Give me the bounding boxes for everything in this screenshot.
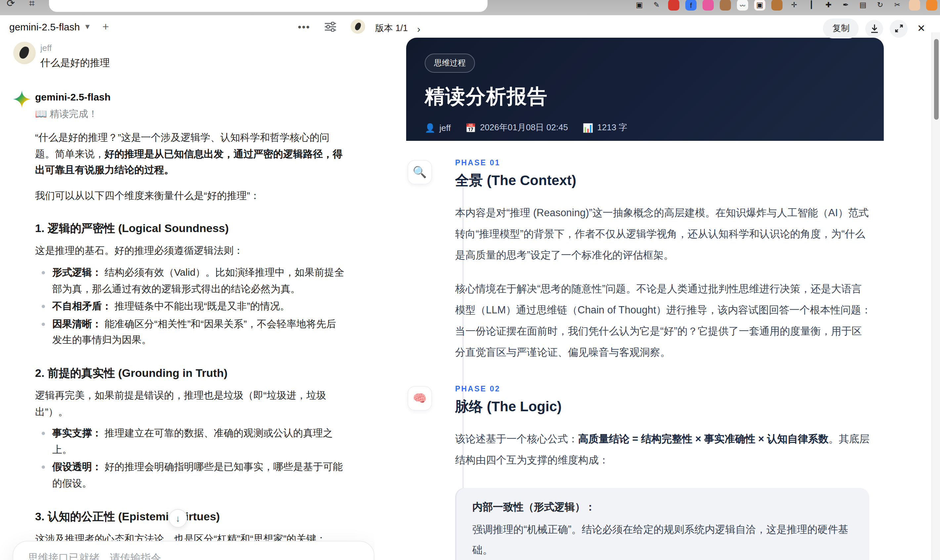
artifact-panel: ‹ 版本 1/1 › 复制 (374, 15, 940, 560)
extension-icon[interactable]: ┃ (806, 0, 817, 11)
extension-icon[interactable]: ✂ (892, 0, 903, 11)
phase-1-paragraph: 本内容是对“推理 (Reasoning)”这一抽象概念的高层建模。在知识爆炸与人… (455, 202, 872, 266)
assistant-message: gemini-2.5-flash 📖 精读完成！ “什么是好的推理？”这是一个涉… (13, 89, 361, 560)
version-next-button[interactable]: › (415, 22, 423, 35)
dimension-card-text: 强调推理的“机械正确”。结论必须在给定的规则系统内逻辑自洽，这是推理的硬件基础。 (472, 520, 852, 560)
chat-header: gemini-2.5-flash ▼ ＋ ••• (0, 15, 374, 38)
phase-1-paragraph: 核心情境在于解决“思考的随意性”问题。不论是人类通过批判性思维进行决策，还是大语… (455, 278, 872, 363)
report-datetime: 2026年01月08日 02:45 (480, 122, 568, 134)
extension-icon[interactable] (720, 0, 731, 11)
browser-grid-icon[interactable]: ⌗ (29, 0, 35, 9)
version-navigator: ‹ 版本 1/1 › (374, 22, 423, 35)
message-composer: ＋ (12, 541, 374, 560)
section-2-intro: 逻辑再完美，如果前提是错误的，推理也是垃圾（即“垃圾进，垃圾出”）。 (35, 388, 345, 420)
section-2-bullets: 事实支撑： 推理建立在可靠的数据、准确的观测或公认的真理之上。 假设透明： 好的… (35, 425, 345, 492)
assistant-name: gemini-2.5-flash (35, 91, 345, 103)
phase-1-label: PHASE 01 (455, 158, 884, 167)
new-chat-button[interactable]: ＋ (100, 20, 111, 33)
extension-icon[interactable] (909, 0, 920, 11)
dimension-card-title: 内部一致性（形式逻辑）： (472, 501, 852, 515)
assistant-intro-paragraph: “什么是好的推理？”这是一个涉及逻辑学、认知科学和哲学核心的问题。简单来说，好的… (35, 129, 345, 178)
scroll-to-bottom-button[interactable]: ↓ (169, 509, 187, 528)
report-author: jeff (439, 123, 450, 132)
app-window: ⟳ ⌗ ≡ ▣✎fᵕᵕ▣✛┃✚✒▤↻✂ gemini-2.5-flash ▼ ＋… (0, 0, 940, 560)
user-avatar[interactable] (351, 19, 365, 34)
download-icon (871, 24, 878, 33)
extension-icon[interactable]: f (685, 0, 697, 11)
extension-icon[interactable] (771, 0, 783, 11)
author-icon: 👤 (425, 123, 435, 132)
phase-2-title: 脉络 (The Logic) (455, 398, 884, 416)
version-label: 版本 1/1 (375, 23, 408, 34)
phase-2-label: PHASE 02 (455, 385, 884, 393)
word-count-icon: 📊 (582, 123, 593, 132)
extension-icon[interactable]: ✎ (651, 0, 662, 11)
gemini-logo-icon (13, 91, 31, 108)
close-panel-button[interactable]: ✕ (917, 23, 925, 34)
section-3-heading: 3. 认知的公正性 (Epistemic Virtues) (35, 509, 345, 524)
assistant-status: 📖 精读完成！ (35, 108, 345, 120)
extension-icon[interactable]: ✒ (840, 0, 851, 11)
extension-icon[interactable] (668, 0, 680, 11)
bullet-item: 假设透明： 好的推理会明确指明哪些是已知事实，哪些是基于可能的假设。 (52, 459, 345, 492)
extension-icon[interactable]: ↻ (875, 0, 886, 11)
bullet-item: 不自相矛盾： 推理链条中不能出现“既是又非”的情况。 (52, 298, 345, 314)
phase-2-formula-paragraph: 该论述基于一个核心公式：高质量结论 = 结构完整性 × 事实准确性 × 认知自律… (455, 429, 872, 471)
report-document: 思维过程 精读分析报告 👤jeff 📅2026年01月08日 02:45 📊12… (406, 38, 884, 560)
chevron-down-icon: ▼ (84, 23, 91, 31)
user-message: jeff 什么是好的推理 (13, 42, 361, 69)
fullscreen-button[interactable] (890, 20, 908, 37)
model-selector[interactable]: gemini-2.5-flash ▼ (9, 21, 91, 32)
user-name: jeff (40, 43, 110, 53)
section-1-heading: 1. 逻辑的严密性 (Logical Soundness) (35, 221, 345, 236)
magnifier-icon: 🔍 (407, 160, 432, 185)
url-bar[interactable] (49, 0, 487, 12)
arrow-down-icon: ↓ (176, 513, 180, 524)
copy-button[interactable]: 复制 (823, 18, 859, 38)
phase-2-section: 🧠 PHASE 02 脉络 (The Logic) 该论述基于一个核心公式：高质… (406, 385, 884, 560)
assistant-lead-paragraph: 我们可以从以下四个维度来衡量什么是“好的推理”： (35, 188, 345, 204)
bullet-item: 事实支撑： 推理建立在可靠的数据、准确的观测或公认的真理之上。 (52, 425, 345, 457)
phase-1-title: 全景 (The Context) (455, 171, 884, 190)
more-options-button[interactable]: ••• (298, 21, 310, 32)
chat-panel: gemini-2.5-flash ▼ ＋ ••• (0, 15, 374, 560)
thought-process-badge: 思维过程 (425, 54, 475, 73)
chat-message-list[interactable]: jeff 什么是好的推理 gemini-2.5-flash (0, 38, 374, 560)
section-1-bullets: 形式逻辑： 结构必须有效（Valid）。比如演绎推理中，如果前提全部为真，那么通… (35, 265, 345, 348)
scrollbar-thumb[interactable] (934, 39, 938, 120)
user-message-avatar (13, 42, 36, 64)
extension-icon[interactable]: ✛ (789, 0, 800, 11)
extension-icon[interactable]: ▣ (754, 0, 765, 11)
extension-icon[interactable] (703, 0, 714, 11)
extension-icon[interactable]: ▣ (634, 0, 645, 11)
extension-icon[interactable] (926, 0, 937, 11)
report-word-count: 1213 字 (597, 122, 627, 134)
tune-sliders-icon[interactable] (325, 22, 336, 31)
phase-1-section: 🔍 PHASE 01 全景 (The Context) 本内容是对“推理 (Re… (406, 158, 884, 363)
report-meta: 👤jeff 📅2026年01月08日 02:45 📊1213 字 (425, 122, 865, 134)
message-input[interactable] (28, 552, 359, 560)
artifact-toolbar: ‹ 版本 1/1 › 复制 (374, 15, 940, 42)
extension-icon[interactable]: ᵕᵕ (737, 0, 748, 11)
report-title: 精读分析报告 (425, 83, 865, 111)
user-message-text: 什么是好的推理 (40, 57, 110, 69)
bullet-item: 因果清晰： 能准确区分“相关性”和“因果关系”，不会轻率地将先后发生的事情归为因… (52, 316, 345, 348)
bullet-item: 形式逻辑： 结构必须有效（Valid）。比如演绎推理中，如果前提全部为真，那么通… (52, 265, 345, 297)
report-hero-card: 思维过程 精读分析报告 👤jeff 📅2026年01月08日 02:45 📊12… (406, 38, 884, 141)
calendar-icon: 📅 (465, 123, 476, 132)
browser-toolbar: ⟳ ⌗ ≡ ▣✎fᵕᵕ▣✛┃✚✒▤↻✂ (0, 0, 940, 15)
section-2-heading: 2. 前提的真实性 (Grounding in Truth) (35, 366, 345, 381)
dimension-card-1: 内部一致性（形式逻辑）： 强调推理的“机械正确”。结论必须在给定的规则系统内逻辑… (455, 488, 869, 560)
expand-icon (895, 25, 903, 32)
browser-reload-icon[interactable]: ⟳ (7, 0, 15, 9)
section-1-intro: 这是推理的基石。好的推理必须遵循逻辑法则： (35, 243, 345, 259)
vertical-scrollbar[interactable] (931, 32, 940, 560)
extension-row: ▣✎fᵕᵕ▣✛┃✚✒▤↻✂ (634, 2, 937, 15)
brain-icon: 🧠 (407, 386, 432, 411)
extension-icon[interactable]: ▤ (857, 0, 869, 11)
download-button[interactable] (866, 20, 883, 37)
model-name: gemini-2.5-flash (9, 21, 80, 32)
extension-icon[interactable]: ✚ (823, 0, 834, 11)
